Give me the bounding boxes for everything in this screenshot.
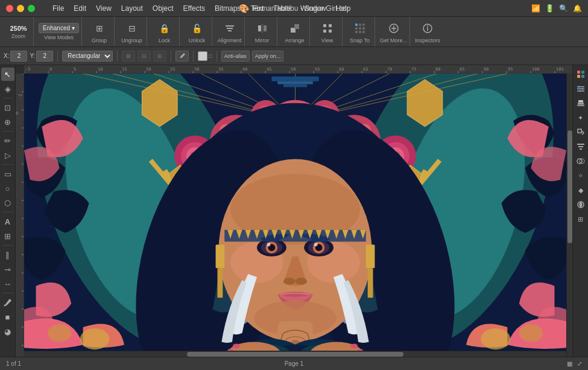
color-palette-tool[interactable] bbox=[574, 68, 587, 81]
eyedrop-tool[interactable] bbox=[1, 296, 14, 309]
lock-tool-group: 🔒 Lock bbox=[150, 17, 180, 46]
svg-point-214 bbox=[481, 328, 510, 349]
menu-item-file[interactable]: File bbox=[48, 3, 68, 14]
svg-rect-200 bbox=[218, 268, 223, 298]
menu-item-view[interactable]: View bbox=[92, 3, 116, 14]
svg-text:70: 70 bbox=[387, 67, 392, 72]
prop-btn-3[interactable]: ⊞ bbox=[153, 51, 166, 62]
vertical-scrollbar-thumb[interactable] bbox=[567, 130, 572, 244]
svg-rect-28 bbox=[24, 65, 572, 74]
coord-x-group: X: bbox=[4, 51, 27, 62]
apply-btn[interactable]: Apply on... bbox=[252, 51, 284, 62]
svg-text:30: 30 bbox=[194, 67, 199, 72]
layers-panel-tool[interactable] bbox=[574, 97, 587, 110]
get-more-tool-group: Get More... bbox=[378, 17, 410, 46]
measure-tool[interactable]: ↔ bbox=[1, 277, 14, 290]
get-more-button[interactable] bbox=[385, 21, 403, 36]
mirror-button[interactable] bbox=[253, 21, 271, 36]
object-props-panel-tool[interactable]: ◆ bbox=[574, 183, 587, 197]
align-panel-tool[interactable] bbox=[574, 140, 587, 153]
svg-rect-233 bbox=[578, 103, 584, 104]
svg-rect-234 bbox=[578, 100, 583, 102]
parallel-tool[interactable]: ∥ bbox=[1, 248, 14, 261]
svg-text:65: 65 bbox=[363, 67, 368, 72]
view-modes-label: View Modes bbox=[44, 34, 74, 40]
inspectors-button[interactable] bbox=[419, 21, 437, 36]
main-toolbar: 250% Zoom Enhanced ▾ View Modes ⊞ Group … bbox=[0, 17, 588, 47]
selection-type-group: Rectangular Elliptical Freehand bbox=[62, 51, 113, 62]
svg-text:95: 95 bbox=[508, 67, 513, 72]
svg-point-215 bbox=[519, 324, 543, 342]
svg-rect-11 bbox=[329, 30, 332, 33]
rect-tool[interactable]: ▭ bbox=[1, 167, 14, 180]
color-styles-panel-tool[interactable] bbox=[574, 198, 587, 211]
left-tool-divider-2 bbox=[2, 131, 13, 132]
menu-item-effects[interactable]: Effects bbox=[179, 3, 209, 14]
lock-button[interactable]: 🔒 bbox=[156, 21, 174, 36]
prop-btn-1[interactable]: ⊠ bbox=[122, 51, 135, 62]
svg-rect-225 bbox=[581, 75, 584, 78]
mirror-tool-group: Mirror bbox=[247, 17, 277, 46]
text-tool[interactable]: A bbox=[1, 215, 14, 228]
left-tool-divider-6 bbox=[2, 293, 13, 293]
horizontal-scrollbar-thumb[interactable] bbox=[187, 352, 404, 357]
effects-panel-tool[interactable]: ✧ bbox=[574, 169, 587, 182]
svg-rect-201 bbox=[366, 244, 375, 268]
svg-text:55: 55 bbox=[315, 67, 320, 72]
minimize-button[interactable] bbox=[17, 5, 24, 12]
table-tool[interactable]: ⊞ bbox=[1, 229, 14, 243]
status-extra: ▦ bbox=[567, 360, 572, 367]
fill-tool[interactable]: ■ bbox=[1, 310, 14, 324]
view-tool-group: View bbox=[312, 17, 343, 46]
arrange-button[interactable] bbox=[286, 21, 304, 36]
properties-panel-tool[interactable] bbox=[574, 82, 587, 95]
powerclip-panel-tool[interactable]: ⊞ bbox=[574, 212, 587, 226]
horizontal-scrollbar[interactable] bbox=[24, 351, 566, 357]
snap-to-button[interactable] bbox=[351, 21, 369, 36]
select-tool[interactable]: ↖ bbox=[1, 68, 14, 81]
menu-item-edit[interactable]: Edit bbox=[69, 3, 90, 14]
x-input[interactable] bbox=[10, 51, 27, 62]
anti-alias-btn[interactable]: Anti-alias bbox=[221, 51, 250, 62]
ungroup-button[interactable]: ⊟ bbox=[123, 21, 141, 36]
color-swatch[interactable] bbox=[198, 51, 207, 61]
canvas-with-ruler: -5 0 5 10 15 20 25 30 35 bbox=[16, 65, 572, 357]
unlock-button[interactable]: 🔓 bbox=[188, 21, 206, 36]
connector-tool[interactable]: ⊸ bbox=[1, 263, 14, 276]
svg-rect-1 bbox=[227, 28, 233, 29]
view-button[interactable] bbox=[318, 21, 337, 36]
traffic-lights bbox=[6, 5, 35, 12]
blend-tool[interactable]: ◕ bbox=[1, 325, 14, 338]
vertical-scrollbar[interactable] bbox=[566, 74, 572, 357]
canvas-inner: -2 0 bbox=[16, 74, 572, 357]
vertical-ruler: -2 0 bbox=[16, 74, 24, 357]
svg-rect-222 bbox=[577, 71, 580, 74]
alignment-button[interactable] bbox=[221, 21, 239, 36]
transform-panel-tool[interactable] bbox=[574, 126, 587, 139]
symbols-panel-tool[interactable]: ✦ bbox=[574, 111, 587, 124]
group-button[interactable]: ⊞ bbox=[90, 21, 109, 36]
eyedrop-btn[interactable] bbox=[175, 51, 189, 62]
unlock-tool-group: 🔓 Unlock bbox=[182, 17, 212, 46]
selection-type-select[interactable]: Rectangular Elliptical Freehand bbox=[62, 51, 113, 62]
smart-fill-tool[interactable]: ▷ bbox=[1, 148, 14, 162]
svg-text:45: 45 bbox=[267, 67, 271, 72]
workspace[interactable] bbox=[24, 74, 566, 351]
ellipse-tool[interactable]: ○ bbox=[1, 182, 14, 195]
crop-tool[interactable]: ⊡ bbox=[1, 101, 14, 114]
prop-divider-2 bbox=[117, 51, 118, 62]
menu-item-object[interactable]: Object bbox=[148, 3, 178, 14]
maximize-button[interactable] bbox=[28, 5, 35, 12]
svg-point-230 bbox=[581, 88, 583, 90]
freehand-tool[interactable]: ✏ bbox=[1, 134, 14, 147]
shaping-panel-tool[interactable] bbox=[574, 155, 587, 168]
y-input[interactable] bbox=[36, 51, 53, 62]
polygon-tool[interactable]: ⬡ bbox=[1, 196, 14, 209]
view-mode-button[interactable]: Enhanced ▾ bbox=[39, 23, 79, 33]
node-tool[interactable]: ◈ bbox=[1, 82, 14, 95]
close-button[interactable] bbox=[6, 5, 13, 12]
zoom-tool[interactable]: ⊕ bbox=[1, 115, 14, 129]
prop-btn-2[interactable]: ⊟ bbox=[138, 51, 151, 62]
menu-item-layout[interactable]: Layout bbox=[117, 3, 147, 14]
page-name: Page 1 bbox=[285, 360, 304, 367]
